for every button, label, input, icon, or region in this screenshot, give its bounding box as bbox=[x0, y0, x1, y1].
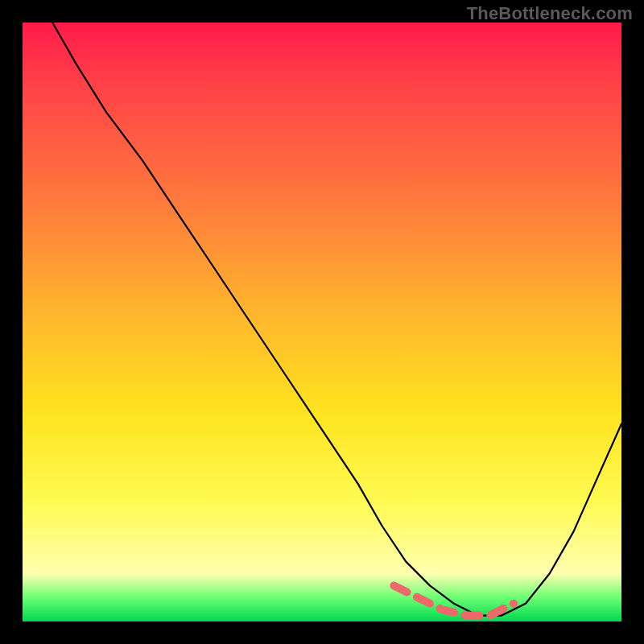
optimal-band-markers bbox=[394, 585, 514, 615]
chart-svg bbox=[23, 23, 621, 621]
chart-stage: TheBottleneck.com bbox=[0, 0, 644, 644]
bottleneck-curve-line bbox=[52, 23, 621, 616]
plot-area bbox=[23, 23, 621, 621]
watermark-text: TheBottleneck.com bbox=[467, 3, 633, 24]
